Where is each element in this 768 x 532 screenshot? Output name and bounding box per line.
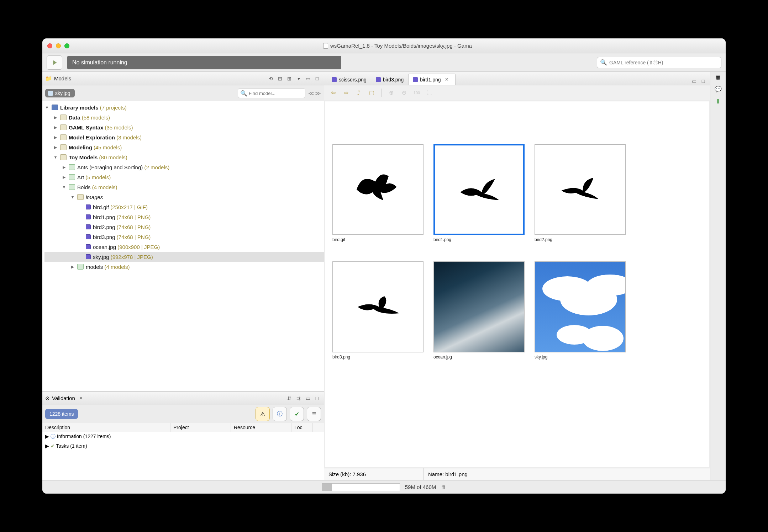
- nav-next-icon[interactable]: ≫: [315, 90, 321, 97]
- nav-prev-icon[interactable]: ≪: [308, 90, 314, 97]
- gc-icon[interactable]: 🗑: [441, 484, 446, 490]
- tree-item-exploration[interactable]: ▶Model Exploration (3 models): [44, 132, 324, 142]
- minimize-view-icon[interactable]: ▭: [304, 394, 312, 402]
- back-icon[interactable]: ⇦: [328, 88, 338, 98]
- image-icon: [86, 214, 91, 219]
- view-menu-icon[interactable]: ⇉: [295, 394, 303, 402]
- run-simulation-button[interactable]: [47, 55, 62, 70]
- col-location[interactable]: Loc: [291, 423, 313, 432]
- tree-item-gaml[interactable]: ▶GAML Syntax (35 models): [44, 122, 324, 132]
- tree-item-library[interactable]: ▼Library models (7 projects): [44, 102, 324, 112]
- validation-table[interactable]: Description Project Resource Loc ▶ ⓘ Inf…: [42, 423, 324, 480]
- folder-icon: [69, 184, 75, 190]
- models-view-title: Models: [54, 75, 71, 81]
- minimize-window-button[interactable]: [56, 43, 61, 48]
- tree-item-ants[interactable]: ▶Ants (Foraging and Sorting) (2 models): [44, 162, 324, 172]
- gaml-search-input[interactable]: [609, 60, 718, 65]
- models-tree[interactable]: ▼Library models (7 projects) ▶Data (58 m…: [42, 101, 324, 391]
- tree-file-sky[interactable]: sky.jpg (992x978 | JPEG): [44, 252, 324, 262]
- validation-header: ⊗ Validation ✕ ⇵ ⇉ ▭ □: [42, 392, 324, 405]
- folder-icon: [77, 194, 84, 200]
- folder-icon: [69, 164, 75, 170]
- col-resource[interactable]: Resource: [231, 423, 291, 432]
- window-title-text: wsGamaRel_1.8 - Toy Models/Boids/images/…: [330, 43, 472, 49]
- tab-bird3[interactable]: bird3.png: [371, 74, 408, 85]
- find-model-input[interactable]: [249, 91, 303, 96]
- thumb-bird3[interactable]: bird3.png: [332, 261, 425, 368]
- close-window-button[interactable]: [47, 43, 52, 48]
- simulation-status: No simulation running: [67, 56, 341, 69]
- thumb-bird1[interactable]: bird1.png: [433, 144, 526, 251]
- models-view-header: 📁 Models ⟲ ⊟ ⊞ ▾ ▭ □: [42, 72, 324, 85]
- collapse-all-icon[interactable]: ⊟: [276, 75, 284, 83]
- tree-item-models[interactable]: ▶models (4 models): [44, 262, 324, 272]
- thumb-bird2[interactable]: bird2.png: [535, 144, 627, 251]
- image-icon: [86, 224, 91, 229]
- image-gallery[interactable]: bird.gif bird1.png bird2.png bird3.png o…: [325, 101, 709, 467]
- image-status-bar: Size (kb): 7.936 Name: bird1.png: [324, 468, 710, 480]
- tree-item-art[interactable]: ▶Art (5 models): [44, 172, 324, 182]
- folder-icon: [60, 154, 67, 160]
- tree-file-bird3[interactable]: bird3.png (74x68 | PNG): [44, 232, 324, 242]
- tree-item-boids[interactable]: ▼Boids (4 models): [44, 182, 324, 192]
- fullscreen-icon[interactable]: ⛶: [424, 88, 435, 98]
- validation-row-information[interactable]: ▶ ⓘ Information (1227 items): [42, 432, 324, 441]
- validation-toolbar: 1228 items ⚠ ⓘ ✔ ≣: [42, 405, 324, 423]
- tab-scissors[interactable]: scissors.png: [327, 74, 371, 85]
- models-toolbar: sky.jpg 🔍 ≪ ≫: [42, 85, 324, 101]
- thumb-birdgif[interactable]: bird.gif: [332, 144, 425, 251]
- forward-icon[interactable]: ⇨: [341, 88, 351, 98]
- view-menu-icon[interactable]: ▾: [295, 75, 303, 83]
- minimize-view-icon[interactable]: ▭: [304, 75, 312, 83]
- thumb-ocean[interactable]: ocean.jpg: [433, 261, 526, 368]
- close-view-icon[interactable]: ✕: [77, 394, 85, 402]
- maximize-editor-icon[interactable]: □: [699, 77, 707, 85]
- up-icon[interactable]: ⤴: [353, 88, 364, 98]
- tree-item-modeling[interactable]: ▶Modeling (45 models): [44, 142, 324, 152]
- maximize-view-icon[interactable]: □: [313, 394, 321, 402]
- image-name-label: Name: bird1.png: [424, 468, 472, 480]
- zoom-window-button[interactable]: [64, 43, 69, 48]
- zoom-100-icon[interactable]: 100: [411, 88, 422, 98]
- info-toggle[interactable]: ⓘ: [273, 407, 287, 421]
- col-description[interactable]: Description: [42, 423, 170, 432]
- chat-icon[interactable]: 💬: [715, 86, 722, 92]
- col-project[interactable]: Project: [170, 423, 231, 432]
- sky-image: [535, 262, 625, 352]
- tree-item-data[interactable]: ▶Data (58 models): [44, 112, 324, 122]
- warnings-toggle[interactable]: ⚠: [256, 407, 270, 421]
- validation-row-tasks[interactable]: ▶ ✔ Tasks (1 item): [42, 441, 324, 451]
- editor-tabs: scissors.png bird3.png bird1.png✕ ▭ □: [324, 72, 710, 85]
- expand-all-icon[interactable]: ⊞: [285, 75, 293, 83]
- tab-bird1[interactable]: bird1.png✕: [408, 74, 455, 85]
- agents-icon[interactable]: ▮: [716, 97, 720, 104]
- zoom-out-icon[interactable]: ⊖: [399, 88, 409, 98]
- document-icon: [323, 43, 328, 49]
- tree-item-images[interactable]: ▼images: [44, 192, 324, 202]
- maximize-view-icon[interactable]: □: [313, 75, 321, 83]
- tree-file-ocean[interactable]: ocean.jpg (900x900 | JPEG): [44, 242, 324, 252]
- find-model-box[interactable]: 🔍: [238, 88, 305, 98]
- memory-bar[interactable]: [322, 483, 400, 491]
- main-toolbar: No simulation running 🔍: [42, 53, 726, 72]
- thumb-sky[interactable]: sky.jpg: [535, 261, 627, 368]
- filter-icon[interactable]: ⇵: [285, 394, 293, 402]
- link-with-editor-icon[interactable]: ⟲: [267, 75, 275, 83]
- zoom-in-icon[interactable]: ⊕: [386, 88, 396, 98]
- perspective-icon[interactable]: ▦: [715, 74, 721, 81]
- search-icon: 🔍: [240, 90, 247, 97]
- minimize-editor-icon[interactable]: ▭: [690, 77, 698, 85]
- image-icon: [332, 77, 337, 82]
- app-window: wsGamaRel_1.8 - Toy Models/Boids/images/…: [42, 38, 726, 494]
- gaml-search[interactable]: 🔍: [597, 57, 721, 68]
- list-mode-button[interactable]: ≣: [307, 407, 321, 421]
- close-tab-icon[interactable]: ✕: [443, 76, 451, 84]
- tree-item-toymodels[interactable]: ▼Toy Models (80 models): [44, 152, 324, 162]
- approve-button[interactable]: ✔: [290, 407, 304, 421]
- info-icon: ⓘ: [51, 433, 56, 439]
- home-icon[interactable]: ▢: [366, 88, 377, 98]
- tree-file-bird1[interactable]: bird1.png (74x68 | PNG): [44, 212, 324, 222]
- breadcrumb-chip[interactable]: sky.jpg: [45, 89, 75, 97]
- tree-file-birdgif[interactable]: bird.gif (250x217 | GIF): [44, 202, 324, 212]
- tree-file-bird2[interactable]: bird2.png (74x68 | PNG): [44, 222, 324, 232]
